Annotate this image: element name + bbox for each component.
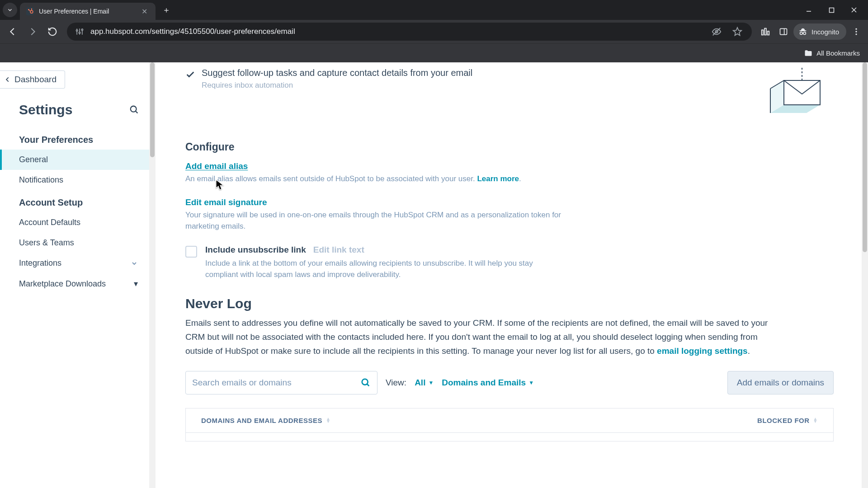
learn-more-link[interactable]: Learn more: [477, 174, 519, 183]
envelope-illustration-icon: [743, 68, 834, 122]
browser-tab-strip: User Preferences | Email ✕ ＋: [0, 0, 868, 20]
search-icon[interactable]: [361, 378, 371, 388]
sidebar-item-notifications[interactable]: Notifications: [0, 170, 151, 190]
feature-subtext: Requires inbox automation: [202, 81, 472, 90]
window-maximize-button[interactable]: [821, 3, 842, 17]
settings-sidebar: Dashboard Settings Your Preferences Gene…: [0, 62, 152, 488]
reload-button[interactable]: [43, 23, 61, 41]
site-settings-icon[interactable]: [73, 25, 86, 38]
add-emails-domains-button[interactable]: Add emails or domains: [727, 371, 834, 394]
sidebar-scrollbar[interactable]: [149, 62, 156, 488]
page-viewport: Dashboard Settings Your Preferences Gene…: [0, 62, 868, 488]
bookmarks-bar: All Bookmarks: [0, 43, 868, 62]
unsubscribe-label: Include unsubscribe link: [205, 245, 306, 255]
column-domains-emails[interactable]: Domains and Email Addresses ▲▼: [201, 417, 330, 424]
view-all-dropdown[interactable]: All ▼: [415, 378, 434, 388]
back-button[interactable]: [4, 23, 22, 41]
never-log-table-header: Domains and Email Addresses ▲▼ Blocked F…: [185, 408, 834, 432]
sidebar-item-marketplace-downloads[interactable]: Marketplace Downloads ▾: [0, 273, 151, 294]
email-logging-settings-link[interactable]: email logging settings: [657, 346, 748, 356]
eye-off-icon[interactable]: [708, 23, 725, 40]
svg-rect-19: [764, 28, 766, 35]
svg-rect-21: [780, 28, 787, 34]
include-unsubscribe-checkbox[interactable]: [185, 246, 197, 258]
window-minimize-button[interactable]: [798, 3, 819, 17]
tab-title: User Preferences | Email: [39, 8, 135, 15]
button-label: Add emails or domains: [737, 378, 824, 388]
svg-point-4: [31, 9, 32, 9]
never-log-table-body: [185, 432, 834, 441]
window-close-button[interactable]: [844, 3, 864, 17]
view-scope-dropdown[interactable]: Domains and Emails ▼: [442, 378, 534, 388]
svg-line-36: [367, 384, 369, 386]
settings-content: Suggest follow-up tasks and capture cont…: [158, 62, 861, 488]
url-text: app.hubspot.com/settings/45105500/user-p…: [90, 27, 704, 36]
settings-heading: Settings: [19, 102, 72, 117]
configure-heading: Configure: [185, 141, 834, 153]
svg-point-14: [81, 29, 83, 30]
scrollbar-thumb[interactable]: [150, 62, 155, 157]
side-panel-icon[interactable]: [775, 23, 792, 40]
sidebar-item-account-defaults[interactable]: Account Defaults: [0, 212, 151, 233]
column-label: Domains and Email Addresses: [201, 417, 322, 424]
tab-search-button[interactable]: [3, 3, 17, 17]
add-email-alias-link[interactable]: Add email alias: [185, 161, 248, 171]
column-label: Blocked For: [757, 417, 810, 424]
sidebar-item-integrations[interactable]: Integrations: [0, 253, 151, 273]
caret-down-icon: ▼: [428, 380, 434, 386]
sidebar-item-label: General: [19, 155, 48, 164]
svg-rect-18: [762, 30, 764, 35]
omnibox[interactable]: app.hubspot.com/settings/45105500/user-p…: [67, 23, 752, 41]
caret-down-icon: ▾: [134, 279, 138, 289]
svg-point-12: [76, 30, 78, 31]
browser-tab[interactable]: User Preferences | Email ✕: [20, 3, 156, 20]
check-icon: [185, 70, 195, 80]
never-log-filter-row: View: All ▼ Domains and Emails ▼ Add ema…: [185, 371, 834, 394]
sidebar-item-label: Marketplace Downloads: [19, 279, 106, 289]
all-bookmarks-button[interactable]: All Bookmarks: [804, 49, 860, 58]
folder-icon: [804, 49, 813, 58]
incognito-label: Incognito: [811, 28, 839, 36]
svg-rect-20: [768, 31, 769, 35]
scrollbar-thumb[interactable]: [863, 62, 867, 252]
never-log-desc-after: .: [748, 346, 750, 356]
bookmark-star-icon[interactable]: [729, 23, 745, 40]
sidebar-item-general[interactable]: General: [0, 150, 151, 170]
sidebar-item-users-teams[interactable]: Users & Teams: [0, 233, 151, 253]
media-control-icon[interactable]: [757, 23, 774, 40]
edit-link-text-button[interactable]: Edit link text: [313, 245, 364, 255]
kebab-menu-icon[interactable]: [848, 23, 864, 40]
column-blocked-for[interactable]: Blocked For ▲▼: [757, 417, 818, 424]
search-emails-input[interactable]: [192, 378, 361, 388]
svg-marker-17: [733, 28, 741, 35]
search-emails-input-wrapper[interactable]: [185, 371, 377, 394]
chevron-left-icon: [5, 76, 11, 83]
sidebar-section-preferences: Your Preferences: [0, 127, 151, 150]
never-log-description: Emails sent to addresses you define will…: [185, 316, 769, 358]
svg-point-24: [803, 32, 806, 35]
sidebar-item-label: Account Defaults: [19, 218, 80, 227]
all-bookmarks-label: All Bookmarks: [816, 49, 860, 57]
forward-button[interactable]: [24, 23, 42, 41]
svg-point-13: [79, 32, 80, 33]
new-tab-button[interactable]: ＋: [159, 3, 174, 17]
back-label: Dashboard: [14, 75, 57, 84]
content-scrollbar[interactable]: [862, 62, 868, 488]
incognito-chip[interactable]: Incognito: [793, 23, 846, 40]
unsubscribe-description: Include a link at the bottom of your ema…: [205, 258, 562, 281]
alias-description: An email alias allows emails sent outsid…: [185, 173, 565, 185]
browser-toolbar: app.hubspot.com/settings/45105500/user-p…: [0, 20, 868, 43]
svg-point-29: [131, 106, 137, 112]
tab-close-icon[interactable]: ✕: [140, 7, 149, 16]
svg-point-28: [855, 33, 857, 35]
back-to-dashboard-button[interactable]: Dashboard: [0, 70, 65, 89]
sort-icon[interactable]: ▲▼: [326, 418, 330, 423]
never-log-heading: Never Log: [185, 296, 834, 311]
sort-icon[interactable]: ▲▼: [813, 418, 818, 423]
edit-email-signature-link[interactable]: Edit email signature: [185, 197, 267, 207]
chevron-down-icon: [131, 260, 138, 267]
signature-description: Your signature will be used in one-on-on…: [185, 209, 565, 232]
sidebar-item-label: Notifications: [19, 175, 63, 185]
svg-point-1: [30, 10, 33, 13]
settings-search-icon[interactable]: [129, 104, 140, 115]
